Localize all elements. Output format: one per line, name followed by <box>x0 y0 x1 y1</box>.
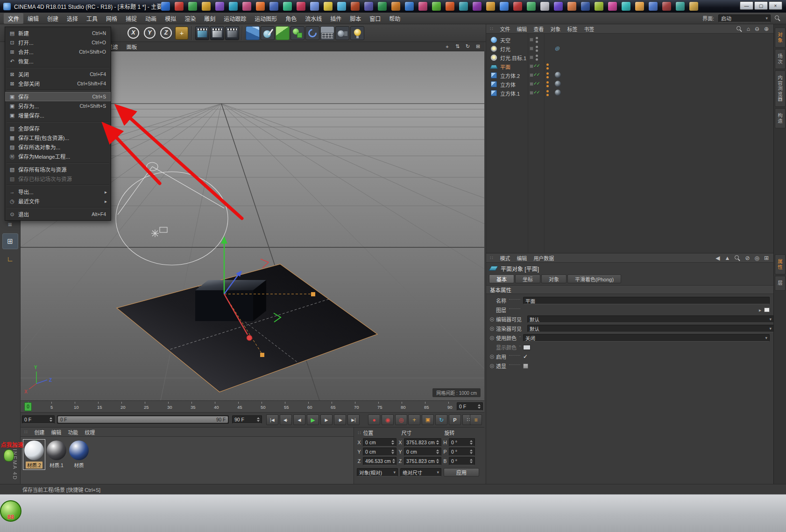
material-item-1[interactable]: 材质.1 <box>46 440 67 469</box>
file-menu-item[interactable] <box>7 207 109 208</box>
taskbar-app-icon[interactable] <box>662 2 671 11</box>
size-x-field[interactable]: 3751.823 cm <box>404 438 441 447</box>
taskbar-app-icon[interactable] <box>405 2 414 11</box>
cube-object[interactable] <box>195 280 266 321</box>
taskbar-app-icon[interactable] <box>567 2 576 11</box>
taskbar-app-icon[interactable] <box>608 2 617 11</box>
render-view-button[interactable] <box>195 26 209 40</box>
position-y-field[interactable]: 0 cm <box>363 448 397 456</box>
layer-chip-icon[interactable] <box>530 38 533 42</box>
layer-chip-icon[interactable] <box>530 82 533 86</box>
mograph-button[interactable] <box>290 26 304 40</box>
taskbar-app-icon[interactable] <box>391 2 400 11</box>
menu-item-merge[interactable]: ⊞ 合并... Ctrl+Shift+O <box>5 47 111 56</box>
lock-icon[interactable]: ⊘ <box>745 255 750 261</box>
layout-tab-layers[interactable]: 层 <box>775 276 786 291</box>
pan-view-icon[interactable]: + <box>444 43 451 50</box>
file-menu-item[interactable] <box>7 185 109 186</box>
size-z-field[interactable]: 3751.823 cm <box>404 457 441 465</box>
panel-grip-icon[interactable]: ∷ <box>490 255 493 260</box>
record-keyframe-button[interactable]: ● <box>368 414 380 425</box>
object-row-sky[interactable]: 天空 ✓✓ ◎ <box>486 35 773 44</box>
layout-tab-content-browser[interactable]: 内容浏览器 <box>775 70 786 107</box>
object-row-light[interactable]: 灯光 ✓✓ ◎ <box>486 44 773 53</box>
menu-item-export[interactable]: → 导出... ▸ <box>5 187 111 196</box>
viewport-menu-item[interactable]: 面板 <box>127 43 137 50</box>
taskbar-app-icon[interactable] <box>689 2 698 11</box>
enable-checks[interactable]: ✓✓ <box>533 90 539 95</box>
taskbar-app-icon[interactable] <box>364 2 373 11</box>
object-row-cube2[interactable]: 立方体.2 ✓✓ ◎ <box>486 71 773 80</box>
record-scale-toggle[interactable]: ▣ <box>422 414 434 425</box>
om-menu-tag[interactable]: 标签 <box>567 25 577 33</box>
rotation-p-field[interactable]: 0 ° <box>449 448 475 456</box>
menubar-item[interactable]: 脚本 <box>346 13 365 24</box>
taskbar-app-icon[interactable] <box>500 2 509 11</box>
coord-mode-select[interactable]: 对象(相对)▾ <box>357 468 398 476</box>
visibility-dots[interactable] <box>536 46 538 52</box>
tab-phong[interactable]: 平滑着色(Phong) <box>567 274 621 283</box>
menu-item-recent-files[interactable]: ◷ 最近文件 ▸ <box>5 196 111 206</box>
menubar-item[interactable]: 创建 <box>43 13 63 24</box>
panel-grip-icon[interactable]: ∷ <box>358 430 361 435</box>
xray-checkbox[interactable] <box>523 364 528 369</box>
taskbar-app-icon[interactable] <box>459 2 468 11</box>
goto-end-button[interactable]: ▶| <box>347 414 360 425</box>
up-icon[interactable]: ▲ <box>725 255 730 261</box>
range-end-field[interactable]: 90 F <box>232 415 262 424</box>
menubar-item[interactable]: 雕刻 <box>200 13 220 24</box>
menubar-item[interactable]: 模拟 <box>161 13 180 24</box>
taskbar-app-icon[interactable] <box>432 2 441 11</box>
spinner-icon[interactable] <box>255 417 260 422</box>
taskbar-app-icon[interactable] <box>229 2 238 11</box>
layer-new-icon[interactable] <box>764 308 770 312</box>
renderer-visibility-select[interactable]: 默认▾ <box>527 325 774 332</box>
om-menu-bookmark[interactable]: 书签 <box>584 25 594 33</box>
light-button[interactable] <box>350 26 364 40</box>
z-axis-lock-button[interactable]: Z <box>160 27 172 39</box>
search-icon[interactable] <box>736 26 742 32</box>
material-tag-icon[interactable] <box>555 72 561 78</box>
rotation-b-field[interactable]: 0 ° <box>449 457 475 465</box>
maximize-button[interactable]: ▢ <box>754 1 768 10</box>
menu-item-save-all-takes[interactable]: ▧ 保存所有场次与资源 <box>5 165 111 174</box>
taskbar-app-icon[interactable] <box>513 2 522 11</box>
object-row-light-target[interactable]: 灯光.目标.1 ✓✓ ◎ <box>486 53 773 62</box>
om-menu-edit[interactable]: 编辑 <box>517 25 527 33</box>
tab-object[interactable]: 对象 <box>541 274 566 283</box>
taskbar-app-icon[interactable] <box>188 2 197 11</box>
material-item-2[interactable]: 材质.2 <box>23 440 45 469</box>
taskbar-app-icon[interactable] <box>215 2 224 11</box>
taskbar-app-icon[interactable] <box>540 2 549 11</box>
menu-item-save-all[interactable]: ▥ 全部保存 <box>5 124 111 133</box>
taskbar-app-icon[interactable] <box>635 2 644 11</box>
menubar-item[interactable]: 选择 <box>63 13 82 24</box>
visibility-dots[interactable] <box>536 55 538 61</box>
timeline-ruler[interactable]: 0 051015202530354045505560657075808590 0… <box>21 400 484 413</box>
attr-menu-userdata[interactable]: 用户数据 <box>533 254 554 262</box>
spinner-icon[interactable] <box>476 404 481 409</box>
accelerator-badge[interactable]: 88 <box>0 500 21 522</box>
menubar-item[interactable]: 角色 <box>281 13 301 24</box>
taskbar-app-icon[interactable] <box>202 2 211 11</box>
menu-item-open[interactable]: ⊡ 打开... Ctrl+O <box>5 38 111 47</box>
object-row-cube[interactable]: 立方体 ✓✓ ◎ <box>486 80 773 89</box>
material-menu-edit[interactable]: 编辑 <box>51 428 61 436</box>
name-input[interactable]: 平面 <box>523 297 770 304</box>
pen-spline-button[interactable] <box>261 26 275 40</box>
keyframe-circle-icon[interactable] <box>490 317 494 322</box>
toolbar-button[interactable] <box>242 26 243 40</box>
taskbar-app-icon[interactable] <box>269 2 278 11</box>
rotation-h-field[interactable]: 0 ° <box>449 438 475 447</box>
attr-menu-edit[interactable]: 编辑 <box>517 254 527 262</box>
render-settings-button[interactable] <box>225 26 239 40</box>
taskbar-app-icon[interactable] <box>351 2 360 11</box>
material-tag-icon[interactable] <box>555 81 561 87</box>
keyframe-circle-icon[interactable] <box>490 355 494 359</box>
deformer-button[interactable] <box>305 26 319 40</box>
playhead[interactable]: 0 <box>24 402 32 411</box>
close-button[interactable]: × <box>769 1 782 10</box>
workplane-lock-icon[interactable]: ⊞ <box>2 233 18 249</box>
taskbar-app-icon[interactable] <box>161 2 170 11</box>
file-menu-item[interactable] <box>7 121 109 122</box>
